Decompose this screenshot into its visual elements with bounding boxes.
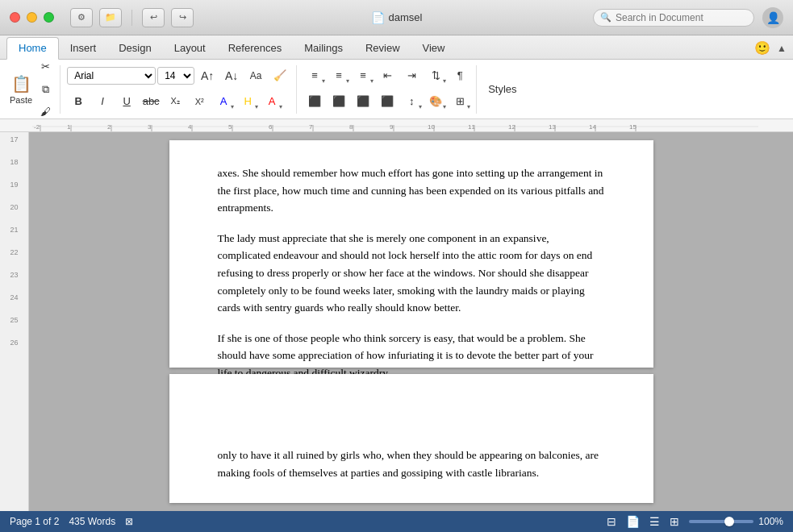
page-1-content[interactable]: axes. She should remember how much effor… <box>218 164 605 382</box>
paragraph-1: axes. She should remember how much effor… <box>218 164 605 217</box>
track-changes-icon[interactable]: ⊠ <box>125 516 133 527</box>
tab-view[interactable]: View <box>411 38 457 59</box>
justify-button[interactable]: ⬛ <box>376 91 399 112</box>
show-marks-button[interactable]: ¶ <box>449 65 471 86</box>
toolbar: 📋 Paste ✂ ⧉ 🖌 Arial 14 A↑ A↓ Aa 🧹 B I U … <box>0 60 793 119</box>
font-size-select[interactable]: 14 <box>157 67 194 85</box>
focus-view-icon[interactable]: ⊞ <box>670 515 679 528</box>
borders-button[interactable]: ⊞ <box>449 91 471 112</box>
tab-insert[interactable]: Insert <box>59 38 108 59</box>
line-spacing-button[interactable]: ↕ <box>400 91 423 112</box>
decrease-font-button[interactable]: A↓ <box>220 65 243 86</box>
page-2-content[interactable]: only to have it all ruined by girls who,… <box>218 398 605 481</box>
text-color-button[interactable]: A <box>261 91 283 112</box>
styles-button[interactable]: Styles <box>482 80 523 98</box>
paste-icon: 📋 <box>11 74 31 94</box>
title-right: 🔍 👤 <box>593 7 783 28</box>
search-input[interactable] <box>616 12 747 23</box>
document-title: 📄 damsel <box>371 11 423 24</box>
ruler-num-22: 22 <box>0 248 28 271</box>
subscript-button[interactable]: X₂ <box>164 91 186 112</box>
tab-review[interactable]: Review <box>354 38 411 59</box>
tab-design[interactable]: Design <box>107 38 162 59</box>
svg-text:5: 5 <box>228 123 232 131</box>
open-folder-button[interactable]: 📁 <box>99 8 122 27</box>
change-case-button[interactable]: Aa <box>244 65 267 86</box>
cut-button[interactable]: ✂ <box>34 56 56 77</box>
increase-indent-button[interactable]: ⇥ <box>400 65 423 86</box>
title-text: damsel <box>389 11 423 23</box>
styles-group: Styles <box>478 65 526 114</box>
svg-text:1: 1 <box>67 123 71 131</box>
status-bar: Page 1 of 2 435 Words ⊠ ⊟ 📄 ☰ ⊞ 100% <box>0 511 793 532</box>
ruler-num-19: 19 <box>0 181 28 203</box>
bullet-list-button[interactable]: ≡ <box>303 65 326 86</box>
ruler-num-26: 26 <box>0 339 28 361</box>
doc-view-icon[interactable]: 📄 <box>626 515 640 528</box>
traffic-lights <box>10 12 54 23</box>
tab-mailings[interactable]: Mailings <box>293 38 354 59</box>
layout-view-icon[interactable]: ⊟ <box>607 515 616 528</box>
redo-button[interactable]: ↪ <box>171 8 194 27</box>
zoom-control: 100% <box>689 516 783 527</box>
italic-button[interactable]: I <box>91 91 114 112</box>
align-center-button[interactable]: ⬛ <box>328 91 350 112</box>
maximize-button[interactable] <box>44 12 54 23</box>
underline-button[interactable]: U <box>115 91 138 112</box>
paste-button[interactable]: 📋 Paste <box>10 74 32 105</box>
ruler-num-18: 18 <box>0 158 28 181</box>
align-left-button[interactable]: ⬛ <box>303 91 326 112</box>
increase-font-button[interactable]: A↑ <box>196 65 219 86</box>
title-bar: ⚙ 📁 ↩ ↪ 📄 damsel 🔍 👤 <box>0 0 793 35</box>
align-right-button[interactable]: ⬛ <box>352 91 374 112</box>
font-group: Arial 14 A↑ A↓ Aa 🧹 B I U abc X₂ X² A H … <box>62 65 297 114</box>
numbered-list-button[interactable]: ≡ <box>328 65 350 86</box>
zoom-level: 100% <box>758 516 783 527</box>
status-left: Page 1 of 2 435 Words ⊠ <box>10 516 133 527</box>
page-info: Page 1 of 2 <box>10 516 59 527</box>
minimize-button[interactable] <box>27 12 37 23</box>
font-name-row: Arial 14 A↑ A↓ Aa 🧹 <box>67 65 291 86</box>
close-button[interactable] <box>10 12 20 23</box>
collapse-ribbon[interactable]: ▲ <box>777 43 787 54</box>
font-color-button[interactable]: A <box>212 91 235 112</box>
font-format-row: B I U abc X₂ X² A H A <box>67 91 283 112</box>
zoom-slider[interactable] <box>689 520 753 523</box>
sort-button[interactable]: ⇅ <box>424 65 447 86</box>
undo-button[interactable]: ↩ <box>142 8 165 27</box>
emoji-picker[interactable]: 🙂 <box>754 40 770 56</box>
superscript-button[interactable]: X² <box>188 91 211 112</box>
status-right: ⊟ 📄 ☰ ⊞ 100% <box>607 515 783 528</box>
align-row: ⬛ ⬛ ⬛ ⬛ ↕ 🎨 ⊞ <box>303 91 471 112</box>
highlight-button[interactable]: H <box>236 91 259 112</box>
ribbon-tabs: Home Insert Design Layout References Mai… <box>0 35 793 60</box>
user-icon[interactable]: 👤 <box>762 7 783 28</box>
main-area: 17 18 19 20 21 22 23 24 25 26 axes. She … <box>0 132 793 511</box>
clear-format-button[interactable]: 🧹 <box>269 65 291 86</box>
svg-text:2: 2 <box>107 123 111 131</box>
document-icon: 📄 <box>371 11 384 24</box>
page-1: axes. She should remember how much effor… <box>169 140 653 368</box>
quick-access-toolbar[interactable]: ⚙ <box>70 8 93 27</box>
tab-references[interactable]: References <box>217 38 293 59</box>
strikethrough-button[interactable]: abc <box>140 91 162 112</box>
tab-layout[interactable]: Layout <box>163 38 217 59</box>
font-name-select[interactable]: Arial <box>67 67 156 85</box>
document-scroll-area[interactable]: axes. She should remember how much effor… <box>29 132 793 511</box>
paragraph-group: ≡ ≡ ≡ ⇤ ⇥ ⇅ ¶ ⬛ ⬛ ⬛ ⬛ ↕ 🎨 ⊞ <box>298 65 477 114</box>
multilevel-list-button[interactable]: ≡ <box>352 65 374 86</box>
horizontal-ruler: -2 1 2 3 4 5 6 7 8 9 10 11 12 1 <box>0 119 793 132</box>
paragraph-4: only to have it all ruined by girls who,… <box>218 447 605 481</box>
svg-text:7: 7 <box>309 123 313 131</box>
toolbar-separator <box>131 10 132 26</box>
decrease-indent-button[interactable]: ⇤ <box>376 65 399 86</box>
clipboard-group: 📋 Paste ✂ ⧉ 🖌 <box>6 65 61 114</box>
vertical-ruler: 17 18 19 20 21 22 23 24 25 26 <box>0 132 29 511</box>
title-bar-tools: ⚙ 📁 ↩ ↪ <box>70 8 194 27</box>
shading-button[interactable]: 🎨 <box>424 91 447 112</box>
copy-button[interactable]: ⧉ <box>34 79 56 100</box>
ruler-num-24: 24 <box>0 293 28 316</box>
bold-button[interactable]: B <box>67 91 90 112</box>
search-box[interactable]: 🔍 <box>593 9 754 27</box>
list-view-icon[interactable]: ☰ <box>649 515 660 528</box>
